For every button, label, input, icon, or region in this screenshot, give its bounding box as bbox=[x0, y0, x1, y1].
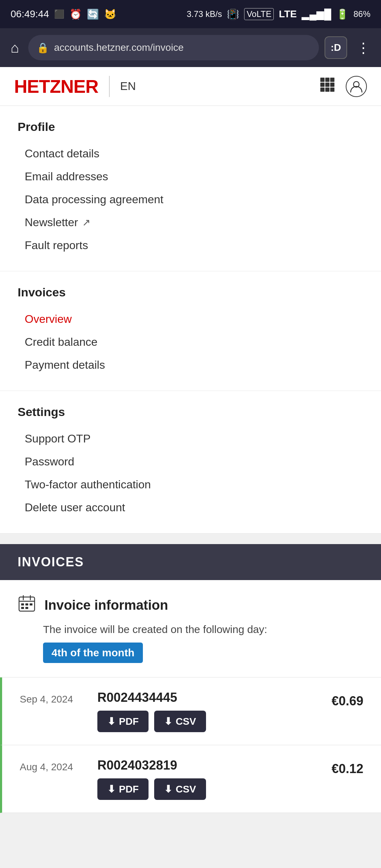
settings-section-title: Settings bbox=[18, 405, 363, 419]
invoice-row-2: Aug 4, 2024 R0024032819 ⬇ PDF ⬇ CSV €0.1… bbox=[0, 745, 381, 813]
nav-item-two-factor[interactable]: Two-factor authentication bbox=[18, 473, 363, 496]
invoice-date-1: Sep 4, 2024 bbox=[20, 690, 97, 705]
invoice-buttons-2: ⬇ PDF ⬇ CSV bbox=[97, 778, 307, 800]
invoice-pdf-button-1[interactable]: ⬇ PDF bbox=[97, 711, 149, 732]
nav-item-credit-balance[interactable]: Credit balance bbox=[18, 331, 363, 354]
nav-item-password[interactable]: Password bbox=[18, 450, 363, 473]
nav-item-data-processing[interactable]: Data processing agreement bbox=[18, 188, 363, 211]
browser-home-button[interactable]: ⌂ bbox=[7, 36, 23, 59]
status-bar: 06:49:44 ⬛ ⏰ 🔄 🐱 3.73 kB/s 📳 VoLTE LTE ▂… bbox=[0, 0, 381, 28]
invoice-date-2: Aug 4, 2024 bbox=[20, 758, 97, 773]
status-time: 06:49:44 bbox=[11, 8, 49, 20]
download-icon-csv: ⬇ bbox=[164, 716, 172, 727]
nav-section-profile: Profile Contact details Email addresses … bbox=[0, 106, 381, 271]
pdf-label-1: PDF bbox=[119, 716, 139, 727]
sim-icon: ⬛ bbox=[54, 9, 65, 19]
svg-rect-17 bbox=[21, 607, 24, 609]
header-divider bbox=[109, 76, 110, 97]
nav-item-support-otp[interactable]: Support OTP bbox=[18, 427, 363, 450]
browser-bar: ⌂ 🔒 accounts.hetzner.com/invoice :D ⋮ bbox=[0, 28, 381, 67]
sync-icon: 🔄 bbox=[87, 8, 99, 20]
external-link-icon: ↗ bbox=[82, 217, 90, 228]
invoice-info-title: Invoice information bbox=[44, 598, 168, 613]
invoice-info-header: Invoice information bbox=[18, 594, 363, 616]
download-icon: ⬇ bbox=[107, 716, 115, 727]
svg-rect-8 bbox=[330, 88, 334, 92]
invoices-section-header: INVOICES bbox=[0, 544, 381, 580]
status-right: 3.73 kB/s 📳 VoLTE LTE ▂▄▆█ 🔋 86% bbox=[187, 8, 370, 20]
download-icon-csv-2: ⬇ bbox=[164, 783, 172, 795]
invoice-middle-2: R0024032819 ⬇ PDF ⬇ CSV bbox=[97, 758, 307, 800]
alarm-icon: ⏰ bbox=[69, 8, 82, 20]
cat-icon: 🐱 bbox=[104, 8, 116, 20]
invoice-info-card: Invoice information The invoice will be … bbox=[0, 580, 381, 677]
lte-label: LTE bbox=[279, 8, 297, 20]
calendar-icon bbox=[18, 594, 36, 616]
vibrate-icon: 📳 bbox=[227, 8, 239, 20]
invoice-csv-button-2[interactable]: ⬇ CSV bbox=[154, 778, 206, 800]
invoice-info-description: The invoice will be created on the follo… bbox=[18, 623, 363, 635]
hetzner-logo[interactable]: HETZNER bbox=[14, 76, 98, 97]
svg-rect-5 bbox=[330, 83, 334, 87]
pdf-label-2: PDF bbox=[119, 784, 139, 795]
svg-rect-6 bbox=[320, 88, 325, 92]
nav-item-delete-account[interactable]: Delete user account bbox=[18, 496, 363, 519]
signal-bars-icon: ▂▄▆█ bbox=[302, 8, 331, 20]
battery-level: 86% bbox=[353, 9, 370, 19]
user-account-icon[interactable] bbox=[346, 76, 367, 97]
csv-label-2: CSV bbox=[176, 784, 196, 795]
browser-more-button[interactable]: ⋮ bbox=[353, 40, 374, 56]
volte-icon: VoLTE bbox=[244, 8, 274, 20]
nav-item-fault-reports[interactable]: Fault reports bbox=[18, 234, 363, 257]
nav-item-contact-details[interactable]: Contact details bbox=[18, 142, 363, 165]
svg-rect-18 bbox=[25, 607, 28, 609]
invoice-number-1: R0024434445 bbox=[97, 690, 307, 705]
nav-section-invoices: Invoices Overview Credit balance Payment… bbox=[0, 271, 381, 391]
status-left: 06:49:44 ⬛ ⏰ 🔄 🐱 bbox=[11, 8, 116, 20]
invoice-middle-1: R0024434445 ⬇ PDF ⬇ CSV bbox=[97, 690, 307, 732]
nav-item-newsletter[interactable]: Newsletter ↗ bbox=[18, 211, 363, 234]
svg-rect-15 bbox=[25, 603, 28, 605]
browser-d-button[interactable]: :D bbox=[325, 36, 347, 59]
nav-section-settings: Settings Support OTP Password Two-factor… bbox=[0, 391, 381, 534]
profile-section-title: Profile bbox=[18, 120, 363, 134]
grid-menu-icon[interactable] bbox=[320, 77, 335, 96]
svg-rect-2 bbox=[330, 78, 334, 82]
invoice-date-badge: 4th of the month bbox=[43, 643, 143, 663]
svg-rect-0 bbox=[320, 78, 325, 82]
svg-rect-16 bbox=[30, 603, 32, 605]
svg-rect-1 bbox=[325, 78, 329, 82]
nav-item-payment-details[interactable]: Payment details bbox=[18, 354, 363, 376]
nav-menu: Profile Contact details Email addresses … bbox=[0, 106, 381, 534]
invoice-pdf-button-2[interactable]: ⬇ PDF bbox=[97, 778, 149, 800]
invoice-buttons-1: ⬇ PDF ⬇ CSV bbox=[97, 711, 307, 732]
battery-icon: 🔋 bbox=[336, 8, 349, 20]
invoices-header-title: INVOICES bbox=[18, 555, 84, 569]
svg-rect-4 bbox=[325, 83, 329, 87]
svg-rect-3 bbox=[320, 83, 325, 87]
svg-rect-14 bbox=[21, 603, 24, 605]
invoice-amount-1: €0.69 bbox=[307, 690, 363, 709]
url-lock-icon: 🔒 bbox=[37, 42, 49, 54]
invoice-amount-2: €0.12 bbox=[307, 758, 363, 776]
invoice-row-1: Sep 4, 2024 R0024434445 ⬇ PDF ⬇ CSV €0.6… bbox=[0, 677, 381, 745]
download-icon-pdf-2: ⬇ bbox=[107, 783, 115, 795]
browser-url-bar[interactable]: 🔒 accounts.hetzner.com/invoice bbox=[28, 35, 319, 60]
network-speed: 3.73 kB/s bbox=[187, 9, 222, 19]
nav-item-overview[interactable]: Overview bbox=[18, 308, 363, 331]
invoice-csv-button-1[interactable]: ⬇ CSV bbox=[154, 711, 206, 732]
language-selector[interactable]: EN bbox=[120, 80, 136, 93]
site-header: HETZNER EN bbox=[0, 67, 381, 106]
csv-label-1: CSV bbox=[176, 716, 196, 727]
svg-rect-7 bbox=[325, 88, 329, 92]
invoices-section-title: Invoices bbox=[18, 285, 363, 299]
browser-url-text: accounts.hetzner.com/invoice bbox=[54, 42, 310, 53]
invoice-number-2: R0024032819 bbox=[97, 758, 307, 773]
nav-item-email-addresses[interactable]: Email addresses bbox=[18, 165, 363, 188]
